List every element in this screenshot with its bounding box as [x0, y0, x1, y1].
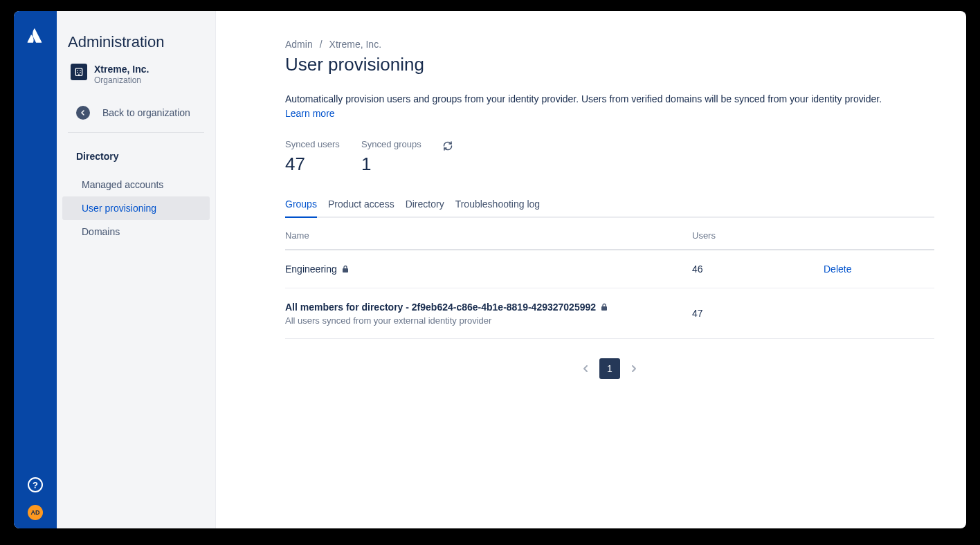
sidebar-item-domains[interactable]: Domains [62, 220, 210, 243]
sidebar-heading: Directory [57, 145, 215, 173]
org-switcher[interactable]: Xtreme, Inc. Organization [57, 64, 215, 85]
page-description: Automatically provision users and groups… [285, 93, 934, 104]
delete-button[interactable]: Delete [824, 264, 851, 275]
breadcrumb: Admin / Xtreme, Inc. [285, 39, 934, 50]
breadcrumb-admin[interactable]: Admin [285, 39, 313, 50]
divider [68, 132, 204, 133]
svg-rect-2 [80, 70, 80, 71]
app-title: Administration [57, 33, 215, 64]
breadcrumb-separator: / [320, 39, 323, 50]
org-name: Xtreme, Inc. [94, 64, 149, 75]
group-name-text: Engineering [285, 264, 337, 275]
stat-synced-users: Synced users 47 [285, 139, 341, 175]
sidebar-item-user-provisioning[interactable]: User provisioning [62, 196, 210, 220]
page-title: User provisioning [285, 54, 934, 75]
column-users: Users [692, 230, 824, 241]
group-name: Engineering [285, 264, 349, 275]
svg-rect-4 [80, 72, 80, 73]
svg-rect-7 [601, 306, 607, 311]
help-icon[interactable]: ? [28, 477, 43, 492]
column-actions [824, 230, 934, 241]
back-link-label: Back to organization [102, 107, 190, 118]
arrow-left-icon [76, 106, 90, 120]
table-header: Name Users [285, 230, 934, 250]
tab-product-access[interactable]: Product access [328, 194, 394, 216]
svg-rect-6 [343, 268, 348, 272]
stat-label: Synced groups [361, 139, 421, 149]
sidebar: Administration Xtreme, Inc. Organization [57, 11, 216, 528]
building-icon [71, 64, 87, 80]
atlassian-logo-icon[interactable] [26, 26, 44, 47]
next-page-button[interactable] [626, 360, 642, 377]
tab-troubleshooting-log[interactable]: Troubleshooting log [455, 194, 540, 216]
tab-groups[interactable]: Groups [285, 194, 317, 216]
svg-rect-5 [78, 74, 79, 76]
breadcrumb-org[interactable]: Xtreme, Inc. [329, 39, 381, 50]
learn-more-link[interactable]: Learn more [285, 108, 335, 119]
stat-value: 47 [285, 154, 341, 175]
avatar[interactable]: AD [28, 505, 43, 520]
stats-row: Synced users 47 Synced groups 1 [285, 139, 934, 175]
lock-icon [601, 303, 608, 311]
svg-rect-3 [77, 72, 78, 73]
refresh-icon[interactable] [442, 140, 453, 154]
svg-rect-1 [77, 70, 78, 71]
back-to-organization[interactable]: Back to organization [57, 98, 215, 132]
groups-table: Name Users Engineering 46 Delete [285, 230, 934, 339]
table-row: All members for directory - 2f9eb624-c86… [285, 288, 934, 339]
main-content: Admin / Xtreme, Inc. User provisioning A… [216, 11, 966, 528]
prev-page-button[interactable] [577, 360, 594, 377]
org-subtitle: Organization [94, 75, 149, 85]
stat-label: Synced users [285, 139, 341, 149]
global-nav-rail: ? AD [14, 11, 57, 528]
lock-icon [342, 265, 349, 273]
page-number[interactable]: 1 [599, 358, 620, 379]
tabs: Groups Product access Directory Troubles… [285, 194, 934, 218]
group-users-count: 46 [692, 264, 824, 275]
group-name: All members for directory - 2f9eb624-c86… [285, 302, 608, 313]
stat-value: 1 [361, 154, 421, 175]
group-name-text: All members for directory - 2f9eb624-c86… [285, 302, 596, 313]
pagination: 1 [285, 358, 934, 379]
stat-synced-groups: Synced groups 1 [361, 139, 421, 175]
table-row: Engineering 46 Delete [285, 250, 934, 288]
column-name: Name [285, 230, 692, 241]
group-subtitle: All users synced from your external iden… [285, 315, 692, 326]
group-users-count: 47 [692, 308, 824, 319]
tab-directory[interactable]: Directory [406, 194, 444, 216]
sidebar-item-managed-accounts[interactable]: Managed accounts [62, 173, 210, 196]
